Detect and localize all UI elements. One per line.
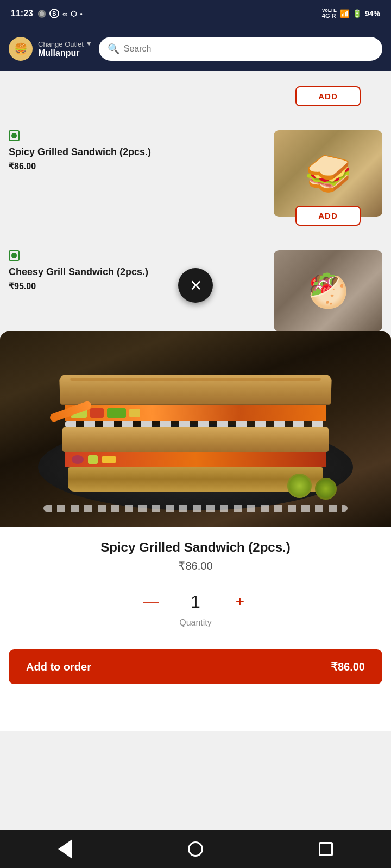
signal-icon: 📶 xyxy=(340,9,349,18)
outlet-name: Mullanpur xyxy=(38,48,92,58)
battery-percent: 94% xyxy=(365,9,380,18)
outlet-info[interactable]: 🍔 Change Outlet ▼ Mullanpur xyxy=(9,37,92,61)
cheesy-item-name: Cheesy Grill Sandwich (2pcs.) xyxy=(9,266,265,278)
recent-button[interactable] xyxy=(310,833,342,865)
menu-item-card: Spicy Grilled Sandwich (2pcs.) ₹86.00 🥪 … xyxy=(0,119,391,228)
nav-spacer xyxy=(0,693,391,731)
battery-icon: 🔋 xyxy=(352,9,362,18)
first-add-button[interactable]: ADD xyxy=(295,86,361,106)
veg-badge xyxy=(9,130,20,141)
decrement-button[interactable]: — xyxy=(139,590,163,614)
time: 11:23 xyxy=(11,9,33,18)
menu-item-right: 🥪 ADD xyxy=(274,130,382,217)
veg-badge-2 xyxy=(9,250,20,261)
close-overlay: ✕ xyxy=(178,268,213,303)
quantity-control: — 1 + xyxy=(13,590,378,614)
header: 🍔 Change Outlet ▼ Mullanpur 🔍 xyxy=(0,27,391,71)
item-name: Spicy Grilled Sandwich (2pcs.) xyxy=(9,146,265,158)
home-button[interactable] xyxy=(179,833,212,865)
spicy-sandwich-add-button[interactable]: ADD xyxy=(295,206,361,226)
close-button[interactable]: ✕ xyxy=(178,268,213,303)
search-icon: 🔍 xyxy=(108,43,119,55)
quantity-value: 1 xyxy=(185,592,206,612)
status-left: 11:23 🔘 B ∞ ⬡ ● xyxy=(11,9,83,18)
food-image: 🥪 xyxy=(274,130,382,217)
dish-image-container xyxy=(0,331,391,527)
cheesy-item-right: 🥙 xyxy=(274,250,382,331)
navigation-bar xyxy=(0,830,391,868)
outlet-text: Change Outlet ▼ Mullanpur xyxy=(38,40,92,58)
quantity-label: Quantity xyxy=(13,618,378,628)
add-to-order-label: Add to order xyxy=(26,661,91,673)
item-price: ₹86.00 xyxy=(9,161,265,171)
back-icon xyxy=(58,839,72,859)
dish-price-modal: ₹86.00 xyxy=(13,559,378,572)
chevron-down-icon: ▼ xyxy=(86,40,92,48)
search-input[interactable] xyxy=(124,44,374,54)
cheesy-item-left: Cheesy Grill Sandwich (2pcs.) ₹95.00 xyxy=(9,250,274,291)
cheesy-sandwich-item: Cheesy Grill Sandwich (2pcs.) ₹95.00 🥙 ✕ xyxy=(0,239,391,331)
cheesy-item-price: ₹95.00 xyxy=(9,281,265,291)
bottom-sheet: Spicy Grilled Sandwich (2pcs.) ₹86.00 — … xyxy=(0,331,391,731)
notification-icons: 🔘 B ∞ ⬡ ● xyxy=(37,9,83,18)
status-right: VoLTE 4G R 📶 🔋 94% xyxy=(322,8,380,19)
menu-list: ADD Spicy Grilled Sandwich (2pcs.) ₹86.0… xyxy=(0,71,391,331)
dish-name-modal: Spicy Grilled Sandwich (2pcs.) xyxy=(13,540,378,555)
status-bar: 11:23 🔘 B ∞ ⬡ ● VoLTE 4G R 📶 🔋 94% xyxy=(0,0,391,27)
avatar: 🍔 xyxy=(9,37,33,61)
cheesy-food-image: 🥙 xyxy=(274,250,382,331)
add-to-order-button[interactable]: Add to order ₹86.00 xyxy=(9,649,382,684)
network-label: VoLTE 4G R xyxy=(322,8,337,19)
increment-button[interactable]: + xyxy=(228,590,252,614)
first-item-partial: ADD xyxy=(0,71,391,108)
change-outlet-button[interactable]: Change Outlet ▼ xyxy=(38,40,92,48)
home-icon xyxy=(188,841,203,857)
sandwich-visual xyxy=(0,331,391,527)
add-to-order-price: ₹86.00 xyxy=(331,660,365,673)
veg-dot-2 xyxy=(11,253,17,258)
menu-item-left: Spicy Grilled Sandwich (2pcs.) ₹86.00 xyxy=(9,130,274,171)
veg-dot xyxy=(11,133,17,138)
back-button[interactable] xyxy=(49,833,81,865)
dish-details: Spicy Grilled Sandwich (2pcs.) ₹86.00 — … xyxy=(0,527,391,649)
search-bar[interactable]: 🔍 xyxy=(99,37,382,61)
recent-icon xyxy=(319,842,333,856)
